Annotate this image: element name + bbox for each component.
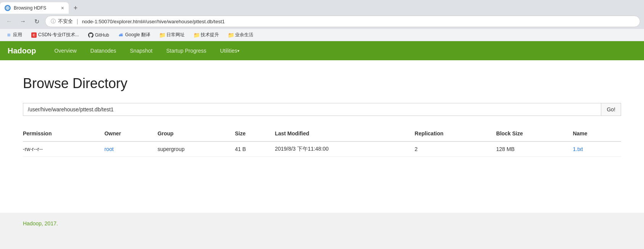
bookmark-daily[interactable]: 📁 日常网址 [157,31,187,39]
bookmark-life[interactable]: 📁 业余生活 [226,31,256,39]
bookmark-tech-label: 技术提升 [201,32,219,38]
bookmark-daily-label: 日常网址 [166,32,185,38]
cell-permission: -rw-r--r-- [23,141,105,157]
nav-datanodes[interactable]: Datanodes [84,41,123,60]
footer-text: Hadoop, 2017. [23,220,58,227]
bookmark-github-label: GitHub [95,32,109,38]
cell-replication: 2 [415,141,496,157]
tab-favicon [5,5,11,11]
tab-bar: Browsing HDFS × + [0,0,644,14]
cell-group: supergroup [158,141,235,157]
nav-startup-progress[interactable]: Startup Progress [159,41,213,60]
address-bar-row: ← → ↻ ⓘ 不安全 | node-1:50070/explorer.html… [0,14,644,29]
go-button[interactable]: Go! [601,103,621,116]
cell-last-modified: 2019/8/3 下午11:48:00 [275,141,414,157]
bookmark-csdn[interactable]: C CSDN-专业IT技术... [29,31,81,39]
path-form: Go! [23,103,621,116]
col-owner: Owner [105,127,158,141]
back-button[interactable]: ← [4,16,14,27]
owner-link[interactable]: root [105,146,114,152]
cell-size: 41 B [235,141,275,157]
reload-button[interactable]: ↻ [31,16,42,27]
nav-overview[interactable]: Overview [47,41,83,60]
bookmark-apps[interactable]: ⊞ 应用 [4,31,24,39]
col-last-modified: Last Modified [275,127,414,141]
col-name: Name [573,127,621,141]
bookmark-github[interactable]: GitHub [86,32,111,39]
footer: Hadoop, 2017. [0,213,644,234]
nav-snapshot[interactable]: Snapshot [123,41,159,60]
bookmarks-bar: ⊞ 应用 C CSDN-专业IT技术... GitHub 🏙 Google 翻译… [0,29,644,41]
page-title: Browse Directory [23,76,621,92]
col-permission: Permission [23,127,105,141]
tab-title: Browsing HDFS [14,5,58,11]
folder-life-icon: 📁 [228,32,233,38]
active-tab[interactable]: Browsing HDFS × [0,2,69,14]
bookmark-translate-label: Google 翻译 [125,32,150,38]
folder-daily-icon: 📁 [159,32,165,38]
col-size: Size [235,127,275,141]
table-header-row: Permission Owner Group Size Last Modifie… [23,127,621,141]
browser-chrome: Browsing HDFS × + ← → ↻ ⓘ 不安全 | node-1:5… [0,0,644,41]
new-tab-button[interactable]: + [70,3,81,13]
info-icon: ⓘ [51,18,56,25]
col-group: Group [158,127,235,141]
file-table: Permission Owner Group Size Last Modifie… [23,127,621,157]
github-icon [88,32,93,38]
cell-name[interactable]: 1.txt [573,141,621,157]
security-label: 不安全 [58,18,73,25]
bookmark-apps-label: 应用 [13,32,22,38]
cell-owner[interactable]: root [105,141,158,157]
bookmark-tech[interactable]: 📁 技术提升 [192,31,221,39]
path-input[interactable] [23,103,601,116]
folder-tech-icon: 📁 [194,32,199,38]
table-body: -rw-r--r-- root supergroup 41 B 2019/8/3… [23,141,621,157]
tab-close-button[interactable]: × [61,5,64,11]
csdn-icon: C [31,32,37,38]
bookmark-life-label: 业余生活 [235,32,253,38]
page-content: Browse Directory Go! Permission Owner Gr… [0,60,644,213]
translate-icon: 🏙 [118,32,124,38]
url-text: node-1:50070/explorer.html#/user/hive/wa… [82,19,225,24]
apps-grid-icon: ⊞ [6,32,11,38]
table-row: -rw-r--r-- root supergroup 41 B 2019/8/3… [23,141,621,157]
hadoop-brand[interactable]: Hadoop [8,47,36,55]
bookmark-csdn-label: CSDN-专业IT技术... [38,32,79,38]
file-link[interactable]: 1.txt [573,146,583,152]
col-block-size: Block Size [496,127,573,141]
col-replication: Replication [415,127,496,141]
address-separator: | [77,18,78,24]
hadoop-navbar: Hadoop Overview Datanodes Snapshot Start… [0,41,644,60]
forward-button[interactable]: → [18,16,28,27]
nav-links: Overview Datanodes Snapshot Startup Prog… [47,41,246,60]
nav-utilities[interactable]: Utilities [213,41,246,60]
address-bar[interactable]: ⓘ 不安全 | node-1:50070/explorer.html#/user… [45,16,640,27]
cell-block-size: 128 MB [496,141,573,157]
bookmark-translate[interactable]: 🏙 Google 翻译 [116,31,153,39]
